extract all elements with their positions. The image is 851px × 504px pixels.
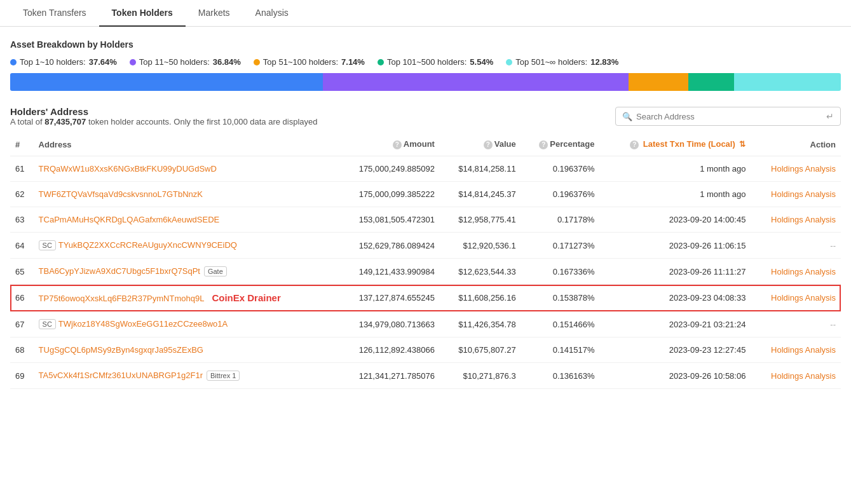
search-address-box[interactable]: 🔍 ↵ (615, 107, 841, 126)
cell-percentage: 0.17178% (521, 207, 600, 233)
address-link[interactable]: TWjkoz18Y48SgWoxEeGG11ezCCzee8wo1A (58, 319, 228, 329)
holdings-analysis-link[interactable]: Holdings Analysis (771, 189, 836, 199)
cell-num: 69 (10, 363, 34, 389)
address-badge: SC (39, 240, 56, 250)
tab-token-holders[interactable]: Token Holders (99, 0, 186, 27)
cell-amount: 152,629,786.089424 (337, 233, 440, 259)
cell-value: $10,675,807.27 (440, 337, 521, 363)
legend-item-5: Top 501~∞ holders: 12.83% (506, 57, 618, 67)
tab-token-transfers[interactable]: Token Transfers (10, 0, 99, 27)
cell-time: 2023-09-26 11:06:15 (599, 233, 751, 259)
cell-address: TCaPmAMuHsQKRDgLQAGafxm6kAeuwdSEDE (34, 207, 337, 233)
percentage-help-icon[interactable]: ? (539, 140, 548, 149)
cell-num: 66 (10, 285, 34, 311)
address-link[interactable]: TYukBQZ2XXCcRCReAUguyXncCWNY9CEiDQ (58, 240, 237, 250)
address-badge2: Bittrex 1 (207, 371, 240, 381)
cell-num: 61 (10, 156, 34, 182)
search-icon: 🔍 (622, 112, 632, 121)
breakdown-legend: Top 1~10 holders: 37.64% Top 11~50 holde… (10, 57, 841, 67)
table-row: 63TCaPmAMuHsQKRDgLQAGafxm6kAeuwdSEDE153,… (10, 207, 841, 233)
table-row: 61TRQaWxW1u8XxsK6NGxBtkFKU99yDUGdSwD175,… (10, 156, 841, 182)
legend-value-4: 5.54% (470, 57, 493, 67)
cell-percentage: 0.196376% (521, 156, 600, 182)
holdings-analysis-link[interactable]: Holdings Analysis (771, 345, 836, 355)
cell-action: -- (751, 233, 841, 259)
bar-segment-2 (323, 73, 629, 91)
cell-address: TP75t6owoqXxskLq6FB2R37PymNTmohq9LCoinEx… (34, 285, 337, 311)
cell-num: 68 (10, 337, 34, 363)
address-link[interactable]: TP75t6owoqXxskLq6FB2R37PymNTmohq9L (39, 294, 205, 303)
cell-time: 2023-09-21 03:21:24 (599, 311, 751, 337)
address-link[interactable]: TBA6CypYJizwA9XdC7Ubgc5F1bxrQ7SqPt (39, 266, 200, 276)
table-header-row: # Address ?Amount ?Value ?Percentage ? L… (10, 133, 841, 156)
cell-amount: 175,000,099.385222 (337, 182, 440, 207)
cell-num: 63 (10, 207, 34, 233)
cell-value: $10,271,876.3 (440, 363, 521, 389)
cell-num: 64 (10, 233, 34, 259)
holdings-analysis-link[interactable]: Holdings Analysis (771, 215, 836, 224)
cell-action: Holdings Analysis (751, 156, 841, 182)
address-link[interactable]: TCaPmAMuHsQKRDgLQAGafxm6kAeuwdSEDE (39, 215, 220, 224)
legend-dot-1 (10, 59, 17, 65)
table-row: 67SCTWjkoz18Y48SgWoxEeGG11ezCCzee8wo1A13… (10, 311, 841, 337)
col-amount: ?Amount (337, 133, 440, 156)
tab-markets[interactable]: Markets (186, 0, 243, 27)
cell-value: $14,814,258.11 (440, 156, 521, 182)
cell-address: SCTYukBQZ2XXCcRCReAUguyXncCWNY9CEiDQ (34, 233, 337, 259)
holders-count-prefix: A total of (10, 117, 43, 126)
legend-label-3: Top 51~100 holders: (263, 57, 338, 67)
col-value: ?Value (440, 133, 521, 156)
cell-amount: 137,127,874.655245 (337, 285, 440, 311)
legend-dot-4 (378, 59, 384, 65)
cell-action: Holdings Analysis (751, 259, 841, 285)
coinex-drainer-label: CoinEx Drainer (212, 292, 280, 303)
table-body: 61TRQaWxW1u8XxsK6NGxBtkFKU99yDUGdSwD175,… (10, 156, 841, 389)
holdings-analysis-link[interactable]: Holdings Analysis (771, 267, 836, 276)
holders-header: Holders' Address A total of 87,435,707 t… (10, 106, 841, 126)
holders-title-section: Holders' Address A total of 87,435,707 t… (10, 106, 318, 126)
cell-value: $11,608,256.16 (440, 285, 521, 311)
cell-value: $12,958,775.41 (440, 207, 521, 233)
time-help-icon[interactable]: ? (630, 140, 639, 149)
amount-help-icon[interactable]: ? (393, 140, 402, 149)
address-link[interactable]: TRQaWxW1u8XxsK6NGxBtkFKU99yDUGdSwD (39, 164, 217, 174)
cell-percentage: 0.171273% (521, 233, 600, 259)
cell-action: Holdings Analysis (751, 363, 841, 389)
cell-action: Holdings Analysis (751, 182, 841, 207)
cell-action: Holdings Analysis (751, 285, 841, 311)
cell-percentage: 0.141517% (521, 337, 600, 363)
time-sort-icon[interactable]: ⇅ (739, 140, 745, 149)
cell-address: TRQaWxW1u8XxsK6NGxBtkFKU99yDUGdSwD (34, 156, 337, 182)
address-link[interactable]: TUgSgCQL6pMSy9zByn4sgxqrJa95sZExBG (39, 345, 203, 355)
holdings-analysis-link[interactable]: Holdings Analysis (771, 293, 836, 303)
address-badge: SC (39, 319, 56, 329)
cell-amount: 134,979,080.713663 (337, 311, 440, 337)
legend-item-3: Top 51~100 holders: 7.14% (254, 57, 365, 67)
cell-address: TUgSgCQL6pMSy9zByn4sgxqrJa95sZExBG (34, 337, 337, 363)
bar-segment-3 (629, 73, 688, 91)
address-badge2: Gate (204, 266, 227, 276)
holdings-analysis-link[interactable]: Holdings Analysis (771, 164, 836, 174)
value-help-icon[interactable]: ? (484, 140, 493, 149)
address-link[interactable]: TWF6ZTQVaVfsqaVd9cskvsnnoL7GTbNnzK (39, 189, 203, 199)
cell-num: 67 (10, 311, 34, 337)
search-address-input[interactable] (636, 112, 826, 121)
cell-time: 2023-09-23 12:27:45 (599, 337, 751, 363)
cell-time: 1 month ago (599, 156, 751, 182)
holders-count-number: 87,435,707 (44, 117, 86, 126)
cell-time: 2023-09-26 10:58:06 (599, 363, 751, 389)
enter-icon[interactable]: ↵ (826, 111, 834, 121)
holdings-analysis-link[interactable]: Holdings Analysis (771, 371, 836, 381)
breakdown-bar (10, 73, 841, 91)
tab-bar: Token Transfers Token Holders Markets An… (0, 0, 851, 27)
holders-count-text: A total of 87,435,707 token holder accou… (10, 117, 318, 126)
cell-percentage: 0.196376% (521, 182, 600, 207)
col-percentage: ?Percentage (521, 133, 600, 156)
cell-action: Holdings Analysis (751, 207, 841, 233)
cell-percentage: 0.167336% (521, 259, 600, 285)
legend-label-4: Top 101~500 holders: (387, 57, 466, 67)
address-link[interactable]: TA5vCXk4f1SrCMfz361UxUNABRGP1g2F1r (39, 371, 203, 380)
cell-amount: 149,121,433.990984 (337, 259, 440, 285)
latest-txn-label[interactable]: Latest Txn Time (Local) (643, 139, 735, 149)
tab-analysis[interactable]: Analysis (243, 0, 301, 27)
